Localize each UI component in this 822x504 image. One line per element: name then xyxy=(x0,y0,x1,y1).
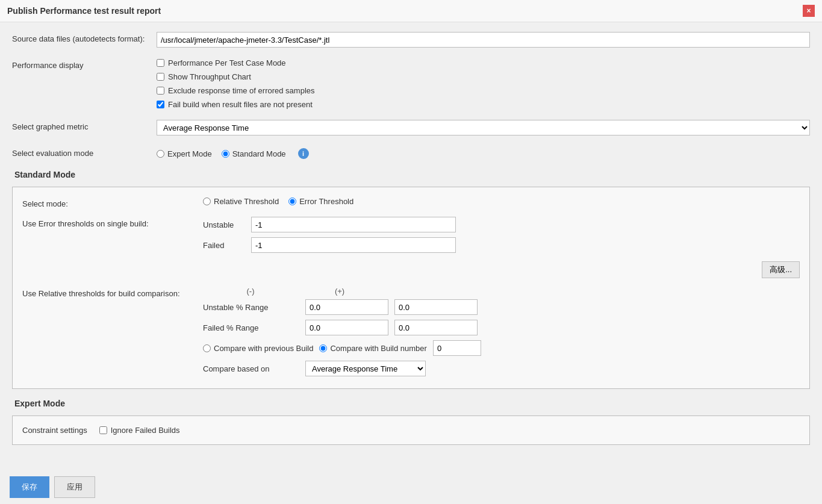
checkbox-item-1[interactable]: Performance Per Test Case Mode xyxy=(157,58,810,67)
radio-error-threshold[interactable]: Error Threshold xyxy=(288,197,353,206)
radio-relative-threshold-input[interactable] xyxy=(203,198,211,205)
radio-compare-previous[interactable]: Compare with previous Build xyxy=(203,344,313,353)
checkbox-show-throughput[interactable] xyxy=(157,73,164,81)
unstable-range-row: Unstable % Range xyxy=(203,299,800,315)
select-evaluation-mode-label: Select evaluation mode xyxy=(12,146,157,158)
select-evaluation-mode-row: Select evaluation mode Expert Mode Stand… xyxy=(12,146,810,159)
select-mode-field: Relative Threshold Error Threshold xyxy=(203,197,800,206)
checkbox-exclude-response-time[interactable] xyxy=(157,87,164,95)
page-container: Publish Performance test result report ×… xyxy=(0,0,822,504)
failed-input[interactable] xyxy=(251,237,456,253)
performance-display-label: Performance display xyxy=(12,58,157,70)
ignore-failed-builds-item[interactable]: Ignore Failed Builds xyxy=(99,426,180,435)
content-area: Source data files (autodetects format): … xyxy=(0,22,822,464)
constraint-settings-row: Constraint settings Ignore Failed Builds xyxy=(22,426,800,435)
failed-plus-input[interactable] xyxy=(394,320,478,335)
radio-error-threshold-input[interactable] xyxy=(288,198,296,205)
unstable-failed-group: Unstable Failed xyxy=(203,217,800,253)
radio-standard-mode[interactable]: Standard Mode xyxy=(222,149,286,158)
radio-relative-threshold[interactable]: Relative Threshold xyxy=(203,197,279,206)
radio-relative-threshold-label: Relative Threshold xyxy=(214,197,279,206)
failed-label: Failed xyxy=(203,241,245,250)
ignore-failed-builds-label: Ignore Failed Builds xyxy=(111,426,180,435)
header-title: Publish Performance test result report xyxy=(7,6,161,16)
radio-compare-build-number[interactable]: Compare with Build number xyxy=(319,344,426,353)
failed-range-label: Failed % Range xyxy=(203,323,299,332)
performance-display-row: Performance display Performance Per Test… xyxy=(12,58,810,109)
error-thresholds-field: Unstable Failed xyxy=(203,217,800,253)
ignore-failed-builds-checkbox[interactable] xyxy=(99,426,107,434)
header-bar: Publish Performance test result report × xyxy=(0,0,822,22)
error-thresholds-row: Use Error thresholds on single build: Un… xyxy=(22,217,800,253)
evaluation-mode-radio-group: Expert Mode Standard Mode i xyxy=(157,146,810,159)
radio-compare-build-number-input[interactable] xyxy=(319,344,327,352)
radio-compare-previous-input[interactable] xyxy=(203,344,211,352)
advanced-btn-area: 高级... xyxy=(22,261,800,278)
advanced-button[interactable]: 高级... xyxy=(762,261,800,278)
plus-col-header: (+) xyxy=(298,287,381,296)
failed-range-row: Failed % Range xyxy=(203,320,800,335)
select-graphed-metric-field: Average Response Time Percentiles Throug… xyxy=(157,120,810,135)
source-data-input[interactable] xyxy=(157,32,810,48)
radio-error-threshold-label: Error Threshold xyxy=(299,197,353,206)
checkbox-fail-build[interactable] xyxy=(157,101,164,108)
checkbox-label-3: Exclude response time of errored samples xyxy=(168,86,315,95)
save-button[interactable]: 保存 xyxy=(10,476,49,498)
checkbox-label-1: Performance Per Test Case Mode xyxy=(168,58,286,67)
source-data-label: Source data files (autodetects format): xyxy=(12,32,157,43)
radio-standard-mode-label: Standard Mode xyxy=(232,149,286,158)
compare-based-on-label: Compare based on xyxy=(203,364,299,373)
select-graphed-metric-label: Select graphed metric xyxy=(12,120,157,131)
source-data-field xyxy=(157,32,810,48)
select-graphed-metric-row: Select graphed metric Average Response T… xyxy=(12,120,810,135)
apply-button[interactable]: 应用 xyxy=(54,476,95,498)
radio-expert-mode[interactable]: Expert Mode xyxy=(157,149,212,158)
radio-expert-mode-input[interactable] xyxy=(157,150,164,158)
radio-expert-mode-label: Expert Mode xyxy=(167,149,212,158)
unstable-label: Unstable xyxy=(203,220,245,229)
info-icon[interactable]: i xyxy=(298,148,309,159)
unstable-input[interactable] xyxy=(251,217,456,232)
relative-thresholds-section: Use Relative thresholds for build compar… xyxy=(22,287,800,376)
relative-thresholds-label: Use Relative thresholds for build compar… xyxy=(22,287,203,298)
unstable-minus-input[interactable] xyxy=(305,299,388,315)
compare-row: Compare with previous Build Compare with… xyxy=(203,340,800,356)
relative-thresholds-field: (-) (+) Unstable % Range Failed % Range xyxy=(203,287,800,376)
performance-display-field: Performance Per Test Case Mode Show Thro… xyxy=(157,58,810,109)
compare-based-on-row: Compare based on Average Response Time P… xyxy=(203,361,800,376)
checkbox-item-2[interactable]: Show Throughput Chart xyxy=(157,72,810,81)
minus-col-header: (-) xyxy=(209,287,292,296)
unstable-range-label: Unstable % Range xyxy=(203,303,299,312)
checkbox-performance-per-test-case[interactable] xyxy=(157,59,164,67)
standard-mode-title: Standard Mode xyxy=(12,170,810,179)
bottom-buttons: 保存 应用 xyxy=(0,470,105,504)
checkbox-label-4: Fail build when result files are not pre… xyxy=(168,100,313,109)
unstable-row: Unstable xyxy=(203,217,800,232)
radio-compare-build-number-label: Compare with Build number xyxy=(330,344,426,353)
expert-mode-box: Constraint settings Ignore Failed Builds xyxy=(12,415,810,445)
failed-row: Failed xyxy=(203,237,800,253)
select-mode-inner-row: Select mode: Relative Threshold Error Th… xyxy=(22,197,800,208)
unstable-plus-input[interactable] xyxy=(394,299,478,315)
select-graphed-metric-dropdown[interactable]: Average Response Time Percentiles Throug… xyxy=(157,120,810,135)
source-data-row: Source data files (autodetects format): xyxy=(12,32,810,48)
mode-radio-group: Relative Threshold Error Threshold xyxy=(203,197,800,206)
compare-based-on-select[interactable]: Average Response Time Percentiles Throug… xyxy=(305,361,426,376)
radio-compare-previous-label: Compare with previous Build xyxy=(214,344,313,353)
select-evaluation-mode-field: Expert Mode Standard Mode i xyxy=(157,146,810,159)
close-button[interactable]: × xyxy=(803,5,815,17)
checkbox-label-2: Show Throughput Chart xyxy=(168,72,251,81)
failed-minus-input[interactable] xyxy=(305,320,388,335)
expert-mode-title: Expert Mode xyxy=(12,399,810,408)
standard-mode-box: Select mode: Relative Threshold Error Th… xyxy=(12,187,810,389)
radio-standard-mode-input[interactable] xyxy=(222,150,229,158)
build-number-input[interactable] xyxy=(433,340,481,356)
error-thresholds-label: Use Error thresholds on single build: xyxy=(22,217,203,228)
checkbox-item-3[interactable]: Exclude response time of errored samples xyxy=(157,86,810,95)
select-mode-label: Select mode: xyxy=(22,197,203,208)
checkbox-item-4[interactable]: Fail build when result files are not pre… xyxy=(157,100,810,109)
constraint-settings-label: Constraint settings xyxy=(22,426,87,435)
